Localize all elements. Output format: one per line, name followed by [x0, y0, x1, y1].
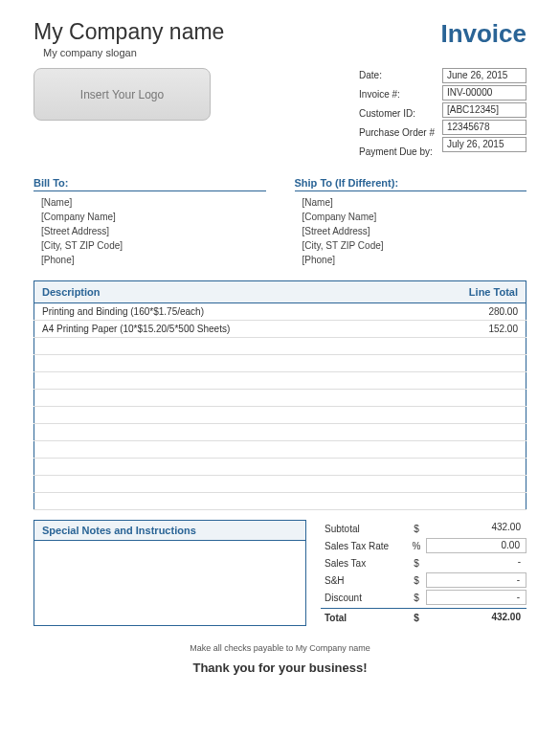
table-row[interactable]: .	[34, 459, 526, 476]
header: My Company name My company slogan Invoic…	[34, 19, 526, 58]
subtotal-value: 432.00	[426, 521, 526, 536]
totals-block: Subtotal $ 432.00 Sales Tax Rate % 0.00 …	[321, 520, 526, 626]
table-row[interactable]: Printing and Binding (160*$1.75/each) 28…	[34, 303, 526, 321]
company-block: My Company name My company slogan	[34, 19, 224, 58]
item-description: Printing and Binding (160*$1.75/each)	[34, 303, 440, 321]
meta-label-due: Payment Due by:	[359, 145, 435, 160]
invoice-meta: Date: Invoice #: Customer ID: Purchase O…	[359, 68, 526, 160]
sh-value[interactable]: -	[426, 572, 526, 588]
col-line-total: Line Total	[440, 281, 526, 303]
ship-to-company[interactable]: [Company Name]	[302, 212, 527, 222]
item-description: A4 Printing Paper (10*$15.20/5*500 Sheet…	[34, 321, 440, 338]
meta-value-due[interactable]: July 26, 2015	[442, 137, 526, 152]
table-row[interactable]: .	[34, 338, 526, 355]
bill-to-company[interactable]: [Company Name]	[41, 212, 266, 222]
tax-value: -	[426, 555, 526, 571]
logo-placeholder[interactable]: Insert Your Logo	[34, 68, 211, 121]
table-row[interactable]: .	[34, 424, 526, 441]
bill-to-name[interactable]: [Name]	[41, 197, 266, 208]
bill-to-block: Bill To: [Name] [Company Name] [Street A…	[34, 177, 266, 269]
footer-thanks: Thank you for your business!	[34, 661, 526, 675]
meta-label-customer-id: Customer ID:	[359, 106, 435, 122]
footer-payable: Make all checks payable to My Company na…	[34, 643, 526, 653]
ship-to-city[interactable]: [City, ST ZIP Code]	[302, 240, 527, 251]
sh-symbol: $	[407, 575, 426, 586]
total-label: Total	[321, 613, 407, 623]
sh-label: S&H	[321, 575, 407, 586]
taxrate-row: Sales Tax Rate % 0.00	[321, 537, 526, 554]
meta-value-invoice-no[interactable]: INV-00000	[442, 85, 526, 101]
discount-value[interactable]: -	[426, 590, 526, 605]
ship-to-name[interactable]: [Name]	[302, 197, 527, 208]
sh-row: S&H $ -	[321, 571, 526, 589]
tax-label: Sales Tax	[321, 558, 407, 569]
meta-values: June 26, 2015 INV-00000 [ABC12345] 12345…	[442, 68, 526, 160]
company-name: My Company name	[34, 19, 224, 45]
discount-symbol: $	[407, 593, 426, 603]
items-body: Printing and Binding (160*$1.75/each) 28…	[34, 303, 526, 510]
bottom-row: Special Notes and Instructions Subtotal …	[34, 520, 526, 626]
bill-to-title: Bill To:	[34, 177, 266, 191]
meta-value-po[interactable]: 12345678	[442, 120, 526, 135]
subtotal-label: Subtotal	[321, 524, 407, 534]
table-row[interactable]: .	[34, 390, 526, 407]
item-line-total: 152.00	[440, 321, 526, 338]
top-row: Insert Your Logo Date: Invoice #: Custom…	[34, 68, 526, 160]
invoice-title: Invoice	[440, 19, 526, 49]
meta-label-date: Date:	[359, 68, 435, 83]
bill-to-street[interactable]: [Street Address]	[41, 226, 266, 236]
table-row[interactable]: .	[34, 441, 526, 459]
discount-label: Discount	[321, 593, 407, 603]
ship-to-street[interactable]: [Street Address]	[302, 226, 527, 236]
notes-title: Special Notes and Instructions	[34, 521, 305, 541]
discount-row: Discount $ -	[321, 589, 526, 606]
table-row[interactable]: A4 Printing Paper (10*$15.20/5*500 Sheet…	[34, 321, 526, 338]
ship-to-block: Ship To (If Different): [Name] [Company …	[295, 177, 527, 269]
col-description: Description	[34, 281, 440, 303]
taxrate-value[interactable]: 0.00	[426, 538, 526, 553]
taxrate-symbol: %	[407, 541, 426, 551]
bill-to-city[interactable]: [City, ST ZIP Code]	[41, 240, 266, 251]
taxrate-label: Sales Tax Rate	[321, 541, 407, 551]
meta-value-date[interactable]: June 26, 2015	[442, 68, 526, 83]
meta-label-po: Purchase Order #	[359, 125, 435, 141]
total-symbol: $	[407, 613, 426, 623]
ship-to-phone[interactable]: [Phone]	[302, 255, 527, 265]
meta-value-customer-id[interactable]: [ABC12345]	[442, 102, 526, 118]
table-row[interactable]: .	[34, 493, 526, 510]
total-value: 432.00	[426, 611, 526, 626]
tax-row: Sales Tax $ -	[321, 554, 526, 571]
table-row[interactable]: .	[34, 355, 526, 372]
address-row: Bill To: [Name] [Company Name] [Street A…	[34, 177, 526, 269]
tax-symbol: $	[407, 558, 426, 569]
meta-label-invoice-no: Invoice #:	[359, 87, 435, 102]
table-row[interactable]: .	[34, 407, 526, 424]
notes-body[interactable]	[34, 541, 305, 625]
subtotal-row: Subtotal $ 432.00	[321, 520, 526, 537]
subtotal-symbol: $	[407, 524, 426, 534]
item-line-total: 280.00	[440, 303, 526, 321]
table-row[interactable]: .	[34, 476, 526, 493]
company-slogan: My company slogan	[43, 47, 224, 58]
table-row[interactable]: .	[34, 372, 526, 390]
total-row: Total $ 432.00	[321, 608, 526, 625]
ship-to-title: Ship To (If Different):	[295, 177, 527, 191]
meta-labels: Date: Invoice #: Customer ID: Purchase O…	[359, 68, 435, 160]
logo-placeholder-text: Insert Your Logo	[80, 88, 164, 101]
notes-box: Special Notes and Instructions	[34, 520, 306, 626]
bill-to-phone[interactable]: [Phone]	[41, 255, 266, 265]
items-table: Description Line Total Printing and Bind…	[34, 280, 526, 510]
